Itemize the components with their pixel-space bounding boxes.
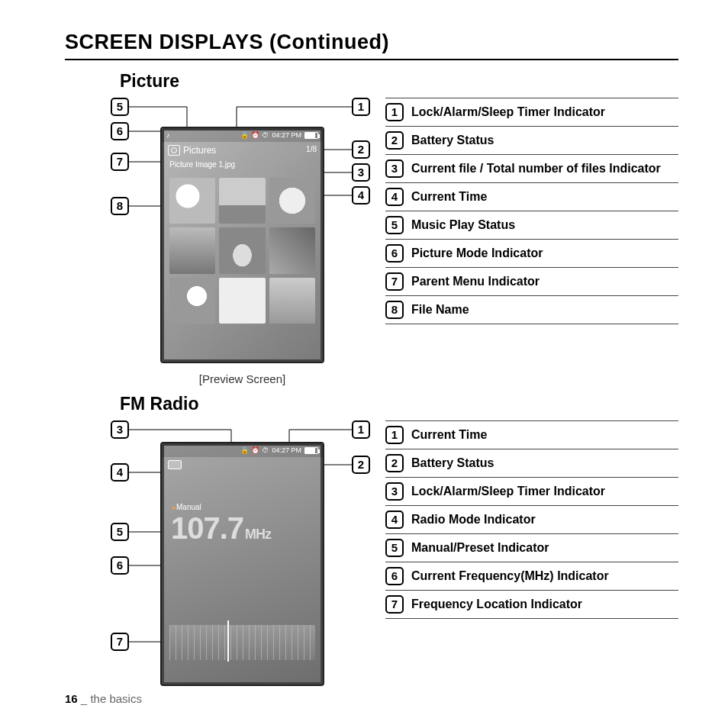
thumbnail-grid — [162, 173, 323, 331]
legend-num: 4 — [385, 511, 404, 529]
page-number: 16 — [65, 692, 78, 705]
frequency-needle — [227, 620, 229, 662]
picture-mode-icon — [168, 145, 180, 156]
frequency-scale — [169, 625, 315, 660]
legend-num: 6 — [385, 244, 404, 263]
callout-2: 2 — [352, 140, 370, 159]
legend-num: 3 — [385, 159, 404, 178]
callout-4: 4 — [352, 186, 370, 205]
legend-text: Current file / Total number of files Ind… — [411, 159, 661, 176]
thumbnail — [169, 178, 215, 224]
fm-legend: 1Current Time 2Battery Status 3Lock/Alar… — [385, 420, 678, 619]
callout-6: 6 — [111, 556, 129, 575]
thumbnail — [169, 278, 215, 324]
legend-num: 2 — [385, 454, 404, 472]
callout-8: 8 — [111, 197, 129, 215]
filename-label: Picture Image 1.jpg — [162, 156, 323, 173]
thumbnail — [269, 278, 315, 324]
diagram-caption: [Preview Screen] — [160, 372, 324, 385]
fm-device: 🔒⏰⏱ 04:27 PM ▸Manual 107.7 MHz — [160, 442, 324, 686]
indicator-icons: 🔒⏰⏱ — [240, 446, 269, 454]
legend-text: Radio Mode Indicator — [411, 511, 536, 527]
legend-text: Current Frequency(MHz) Indicator — [411, 567, 609, 584]
legend-text: Manual/Preset Indicator — [411, 539, 549, 556]
legend-text: Battery Status — [411, 131, 494, 148]
callout-5: 5 — [111, 98, 129, 116]
legend-num: 4 — [385, 188, 404, 206]
thumbnail — [169, 227, 215, 273]
status-bar: 🔒⏰⏱ 04:27 PM — [162, 443, 323, 457]
callout-5: 5 — [111, 523, 129, 541]
legend-num: 8 — [385, 301, 404, 319]
thumbnail — [269, 227, 315, 273]
legend-text: Lock/Alarm/Sleep Timer Indicator — [411, 482, 605, 499]
legend-text: Picture Mode Indicator — [411, 244, 543, 261]
callout-2: 2 — [352, 456, 370, 474]
thumbnail — [219, 227, 265, 273]
legend-text: Music Play Status — [411, 216, 515, 233]
legend-num: 7 — [385, 272, 404, 291]
thumbnail — [269, 178, 315, 224]
legend-text: Parent Menu Indicator — [411, 272, 540, 289]
legend-text: Frequency Location Indicator — [411, 595, 582, 612]
legend-text: Current Time — [411, 188, 487, 205]
callout-7: 7 — [111, 153, 129, 171]
callout-6: 6 — [111, 122, 129, 140]
callout-3: 3 — [111, 420, 129, 439]
callout-1: 1 — [352, 420, 370, 439]
legend-num: 7 — [385, 595, 404, 614]
status-time: 04:27 PM — [272, 131, 301, 139]
legend-num: 2 — [385, 131, 404, 150]
thumbnail — [219, 178, 265, 224]
status-time: 04:27 PM — [272, 446, 301, 454]
legend-text: File Name — [411, 301, 469, 317]
section-heading-picture: Picture — [65, 71, 678, 92]
status-bar: ♪ 🔒⏰⏱ 04:27 PM — [162, 128, 323, 142]
legend-text: Current Time — [411, 426, 487, 443]
page-title: SCREEN DISPLAYS (Continued) — [65, 31, 678, 54]
frequency-value: 107.7 — [171, 511, 243, 546]
title-rule — [65, 59, 678, 60]
indicator-icons: 🔒⏰⏱ — [240, 131, 269, 139]
legend-num: 1 — [385, 426, 404, 444]
legend-num: 5 — [385, 216, 404, 234]
radio-mode-icon — [168, 460, 182, 469]
page-footer: 16 _ the basics — [65, 692, 142, 705]
manual-preset-label: ▸Manual — [162, 472, 323, 511]
callout-4: 4 — [111, 463, 129, 482]
callout-7: 7 — [111, 633, 129, 651]
legend-num: 3 — [385, 482, 404, 501]
legend-text: Battery Status — [411, 454, 494, 471]
frequency-display: 107.7 MHz — [162, 511, 323, 546]
battery-icon — [304, 447, 318, 454]
callout-1: 1 — [352, 98, 370, 116]
battery-icon — [304, 132, 318, 139]
legend-text: Lock/Alarm/Sleep Timer Indicator — [411, 103, 605, 120]
mode-label: Pictures — [183, 145, 216, 156]
picture-device: ♪ 🔒⏰⏱ 04:27 PM Pictures 1/8 Picture Imag… — [160, 127, 324, 363]
file-counter: 1/8 — [306, 145, 317, 153]
picture-diagram: 5 6 7 8 1 2 3 4 ♪ — [65, 98, 378, 380]
legend-num: 5 — [385, 539, 404, 557]
thumbnail — [219, 278, 265, 324]
section-heading-fm: FM Radio — [65, 394, 678, 414]
frequency-unit: MHz — [245, 527, 271, 543]
legend-num: 1 — [385, 103, 404, 121]
picture-legend: 1Lock/Alarm/Sleep Timer Indicator 2Batte… — [385, 98, 678, 324]
fm-diagram: 3 4 5 6 7 1 2 🔒⏰⏱ 04:27 PM — [65, 420, 378, 695]
legend-num: 6 — [385, 567, 404, 585]
callout-3: 3 — [352, 163, 370, 182]
footer-section: the basics — [90, 692, 142, 705]
music-status-icon: ♪ — [166, 131, 170, 139]
